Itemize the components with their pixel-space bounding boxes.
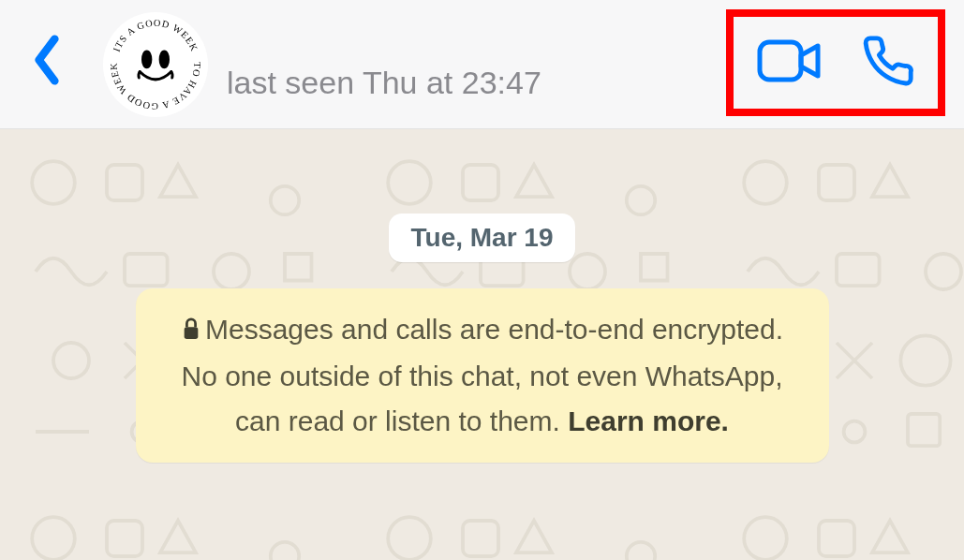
contact-status[interactable]: last seen Thu at 23:47 — [227, 65, 541, 101]
call-buttons-highlight-box — [726, 9, 945, 116]
date-separator: Tue, Mar 19 — [389, 214, 576, 262]
contact-avatar[interactable]: ITS A GOOD WEEK TO HAVE A GOOD WEEK — [103, 12, 208, 117]
svg-point-0 — [106, 14, 205, 113]
svg-point-4 — [160, 52, 168, 67]
svg-rect-6 — [185, 327, 199, 339]
phone-icon — [861, 34, 915, 88]
learn-more-link[interactable]: Learn more. — [568, 405, 729, 436]
video-camera-icon — [756, 37, 823, 85]
encryption-notice[interactable]: Messages and calls are end-to-end encryp… — [136, 288, 829, 463]
svg-rect-5 — [760, 42, 801, 80]
chat-header: ITS A GOOD WEEK TO HAVE A GOOD WEEK last… — [0, 0, 964, 129]
video-call-button[interactable] — [756, 37, 823, 89]
back-button[interactable] — [15, 26, 79, 102]
chat-body: Tue, Mar 19 Messages and calls are end-t… — [0, 129, 964, 560]
lock-icon — [181, 309, 201, 354]
voice-call-button[interactable] — [861, 34, 915, 92]
svg-point-3 — [142, 52, 150, 67]
